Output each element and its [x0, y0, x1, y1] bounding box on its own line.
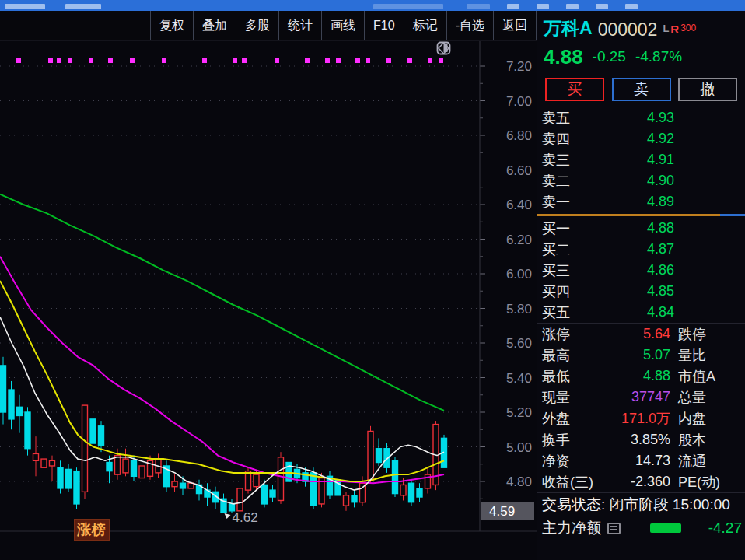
bid-row[interactable]: 买三4.86: [537, 260, 745, 281]
y-axis-label: 5.80: [506, 302, 532, 317]
event-marker[interactable]: [305, 58, 310, 63]
stat-label-2: 总量: [670, 388, 706, 407]
sell-button[interactable]: 卖: [612, 78, 671, 101]
toolbar-button[interactable]: 画线: [321, 11, 364, 40]
cancel-order-button[interactable]: 撤: [678, 78, 737, 101]
stat-row: 涨停5.64跌停: [537, 324, 745, 345]
bid-row[interactable]: 买五4.84: [537, 302, 745, 323]
event-marker[interactable]: [48, 58, 53, 63]
candle: [368, 431, 373, 479]
event-marker[interactable]: [108, 58, 113, 63]
y-axis-label: 7.20: [506, 59, 532, 74]
ask-row[interactable]: 卖二4.90: [537, 170, 745, 191]
bid-row[interactable]: 买一4.88: [537, 218, 745, 239]
list-icon[interactable]: [607, 523, 621, 534]
stat-value: 4.88: [596, 368, 670, 384]
toolbar-button[interactable]: 统计: [278, 11, 321, 40]
candle: [172, 481, 177, 487]
buy-button[interactable]: 买: [545, 78, 604, 101]
event-marker[interactable]: [89, 58, 93, 63]
candle: [393, 460, 398, 493]
kline-chart[interactable]: 7.207.006.806.606.406.206.005.805.605.40…: [0, 41, 537, 560]
candle: [41, 459, 47, 467]
candle: [58, 467, 63, 488]
event-marker[interactable]: [57, 58, 61, 63]
event-marker[interactable]: [386, 58, 391, 63]
event-marker[interactable]: [16, 58, 21, 63]
price-change: -0.25: [593, 48, 626, 65]
candle: [99, 426, 104, 445]
candle: [417, 488, 422, 497]
candle: [237, 488, 243, 511]
candle: [376, 449, 382, 463]
level-label: 买三: [542, 261, 592, 280]
stat-label-2: 股本: [670, 431, 706, 450]
stock-header: 万科A 000002 L R 300: [537, 11, 745, 42]
app-window: 复权叠加多股统计画线F10标记-自选返回 7.207.006.806.606.4…: [0, 0, 745, 560]
event-marker[interactable]: [162, 58, 166, 63]
y-axis-label: 6.20: [506, 233, 532, 247]
toolbar-button[interactable]: 标记: [404, 11, 446, 40]
stat-label-2: 量比: [670, 346, 706, 365]
y-axis-label: 6.80: [506, 128, 532, 143]
stat-value: 14.73: [596, 453, 670, 469]
titlebar-icon-remnant: [596, 4, 608, 9]
flag-l: L: [663, 23, 669, 34]
ask-row[interactable]: 卖三4.91: [537, 149, 745, 170]
toolbar-button[interactable]: -自选: [446, 11, 493, 40]
ask-row[interactable]: 卖四4.92: [537, 128, 745, 149]
stock-code: 000002: [598, 19, 658, 40]
main-net-bar: [650, 523, 681, 533]
stat-row: 最高5.07量比: [537, 345, 745, 366]
stat-value: 37747: [596, 389, 670, 405]
window-titlebar[interactable]: [0, 0, 745, 11]
event-marker[interactable]: [407, 58, 412, 63]
event-marker[interactable]: [130, 58, 135, 63]
titlebar-icon-remnant: [625, 4, 638, 9]
event-marker[interactable]: [233, 58, 237, 63]
toolbar-button[interactable]: 返回: [493, 11, 537, 40]
toolbar-button[interactable]: F10: [364, 11, 404, 40]
level-label: 卖四: [542, 130, 592, 149]
y-axis-label: 4.80: [506, 474, 532, 489]
rank-badge[interactable]: 涨榜: [74, 519, 110, 541]
event-marker[interactable]: [68, 58, 72, 63]
event-marker[interactable]: [336, 58, 341, 63]
bid-row[interactable]: 买二4.87: [537, 239, 745, 260]
last-price: 4.88: [544, 45, 583, 69]
toolbar-button[interactable]: 多股: [236, 11, 278, 40]
cursor-price-label: 4.59: [489, 504, 515, 519]
toolbar-button[interactable]: 叠加: [193, 11, 236, 40]
low-price-annotation: 4.62: [233, 510, 258, 525]
level-label: 卖三: [542, 151, 592, 170]
ask-row[interactable]: 卖一4.89: [537, 191, 745, 212]
candle: [1, 366, 6, 412]
level-label: 买一: [542, 219, 592, 238]
ratio-bar-left: [537, 214, 720, 216]
main-net-row: 主力净额 -4.27: [537, 516, 745, 540]
panel-toggle-icon[interactable]: [460, 41, 474, 55]
event-marker[interactable]: [439, 58, 443, 63]
level-price: 4.93: [592, 110, 674, 126]
kline-svg[interactable]: 7.207.006.806.606.406.206.005.805.605.40…: [0, 41, 537, 560]
event-marker[interactable]: [355, 58, 360, 63]
toolbar-button[interactable]: 复权: [150, 11, 193, 40]
trade-status: 交易状态: 闭市阶段 15:00:00: [537, 492, 745, 516]
level-price: 4.85: [592, 283, 674, 299]
candle: [352, 495, 357, 502]
event-marker[interactable]: [325, 58, 330, 63]
bid-row[interactable]: 买四4.85: [537, 281, 745, 302]
candle: [139, 466, 145, 478]
event-marker[interactable]: [366, 58, 370, 63]
event-marker[interactable]: [202, 58, 207, 63]
stat-label: 现量: [542, 388, 596, 407]
stat-value: 5.07: [596, 347, 670, 363]
stat-label: 涨停: [542, 325, 596, 344]
event-marker[interactable]: [428, 58, 432, 63]
event-marker[interactable]: [275, 58, 279, 63]
event-marker[interactable]: [242, 58, 247, 63]
candle: [246, 471, 251, 490]
ask-row[interactable]: 卖五4.93: [537, 107, 745, 128]
stat-label-2: 内盘: [670, 409, 706, 428]
candle: [311, 473, 317, 506]
